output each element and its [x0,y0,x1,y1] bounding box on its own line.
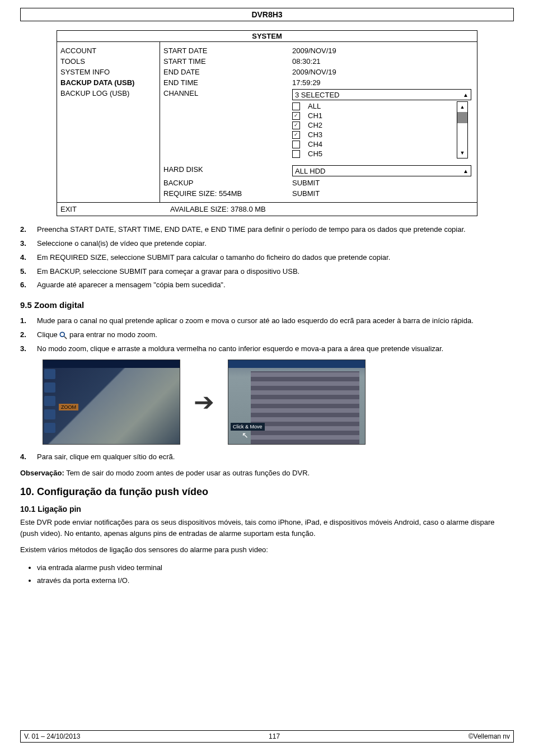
menu-item-backup-log-usb[interactable]: BACKUP LOG (USB) [60,88,160,99]
click-move-tag: Click & Move [231,423,265,431]
step-number: 3. [20,344,31,354]
section-10-1-heading: 10.1 Ligação pin [20,505,514,514]
step-text: Seleccione o canal(is) de vídeo que pret… [37,239,207,249]
checkbox-icon[interactable] [292,150,300,158]
menu-item-backup-data-usb[interactable]: BACKUP DATA (USB) [60,77,160,88]
channel-option-all[interactable]: ALL [289,101,453,111]
channel-option-ch2[interactable]: ✓CH2 [289,120,453,130]
observation-text: Tem de sair do modo zoom antes de poder … [64,469,310,477]
channel-option-label: CH4 [308,140,322,148]
bullet-item: através da porta externa I/O. [37,574,514,587]
steps-list-b: 1.Mude para o canal no qual pretende apl… [20,314,514,356]
hard-disk-dropdown[interactable]: ALL HDD ▲ [292,165,471,176]
step-number: 6. [20,280,31,291]
channel-selected-text: 3 SELECTED [295,91,339,99]
available-size: AVAILABLE SIZE: 3788.0 MB [167,203,477,216]
end-date-label: END DATE [163,68,292,76]
channel-option-label: ALL [308,102,321,110]
exit-button[interactable]: EXIT [57,203,167,216]
system-title: SYSTEM [57,31,477,42]
start-date-value[interactable]: 2009/NOV/19 [292,46,474,55]
step-text: Clique para entrar no modo zoom. [37,330,157,340]
zoom-images: ZOOM ➔ Click & Move ↖ [43,360,514,445]
steps-list-a: 2.Preencha START DATE, START TIME, END D… [20,223,514,292]
observation: Observação: Tem de sair do modo zoom ant… [20,468,514,479]
footer-version: V. 01 – 24/10/2013 [24,732,80,740]
channel-label: CHANNEL [163,89,292,97]
hard-disk-value: ALL HDD [295,167,325,175]
step-text: Em REQUIRED SIZE, seleccione SUBMIT para… [37,253,390,263]
step-number: 5. [20,267,31,277]
menu-item-tools[interactable]: TOOLS [60,56,160,67]
section-9-5-heading: 9.5 Zoom digital [20,300,514,310]
menu-item-system-info[interactable]: SYSTEM INFO [60,67,160,77]
paragraph: Este DVR pode enviar notificações para o… [20,517,514,539]
bullet-item: via entrada alarme push video terminal [37,561,514,575]
end-time-value[interactable]: 17:59:29 [292,78,474,87]
step-number: 1. [20,316,31,326]
checkbox-icon[interactable] [292,141,300,148]
start-date-label: START DATE [163,46,292,55]
require-size-label: REQUIRE SIZE: 554MB [163,189,292,198]
backup-label: BACKUP [163,179,292,187]
channel-option-ch1[interactable]: ✓CH1 [289,111,453,120]
paragraph: Existem vários métodos de ligação dos se… [20,544,514,556]
system-panel: SYSTEM ACCOUNT TOOLS SYSTEM INFO BACKUP … [57,30,477,216]
checkbox-icon[interactable] [292,102,300,110]
step-number: 4. [20,452,31,463]
step-number: 2. [20,225,31,235]
checkbox-checked-icon[interactable]: ✓ [292,122,300,129]
channel-options-list: ALL ✓CH1 ✓CH2 ✓CH3 CH4 CH5 [289,101,453,158]
checkbox-checked-icon[interactable]: ✓ [292,131,300,139]
step-text: No modo zoom, clique e arraste a moldura… [37,344,443,354]
step-text: Preencha START DATE, START TIME, END DAT… [37,225,466,235]
observation-label: Observação: [20,469,64,477]
scroll-down-icon[interactable]: ▼ [457,148,467,158]
step-text-post: para entrar no modo zoom. [69,330,157,339]
zoom-icon [59,332,67,339]
scroll-up-icon[interactable]: ▲ [457,102,467,112]
zoom-image-right: Click & Move ↖ [228,360,366,445]
checkbox-checked-icon[interactable]: ✓ [292,112,300,120]
channel-option-ch5[interactable]: CH5 [289,149,453,158]
dropdown-up-icon: ▲ [463,168,469,174]
channel-option-ch3[interactable]: ✓CH3 [289,130,453,139]
footer-page-number: 117 [269,732,280,740]
hard-disk-label: HARD DISK [163,165,292,174]
channel-option-label: CH2 [308,121,322,129]
arrow-right-icon: ➔ [194,388,214,416]
channel-scrollbar[interactable]: ▲ ▼ [457,101,468,158]
system-menu: ACCOUNT TOOLS SYSTEM INFO BACKUP DATA (U… [57,42,160,202]
channel-option-label: CH3 [308,130,322,139]
step-text: Para sair, clique em qualquer sítio do e… [37,452,175,463]
end-time-label: END TIME [163,78,292,87]
backup-submit[interactable]: SUBMIT [292,179,474,187]
svg-line-1 [64,336,67,338]
step-text: Em BACKUP, seleccione SUBMIT para começa… [37,267,299,277]
channel-option-ch4[interactable]: CH4 [289,139,453,149]
step-number: 2. [20,330,31,340]
step-number: 4. [20,253,31,263]
scroll-thumb[interactable] [457,112,467,123]
section-10-heading: 10. Configuração da função push vídeo [20,486,514,498]
footer-copyright: ©Velleman nv [469,732,510,740]
start-time-label: START TIME [163,57,292,66]
menu-item-account[interactable]: ACCOUNT [60,45,160,56]
channel-dropdown[interactable]: 3 SELECTED ▲ [292,89,471,100]
zoom-tag: ZOOM [59,404,78,410]
end-date-value[interactable]: 2009/NOV/19 [292,68,474,76]
zoom-image-left: ZOOM [43,360,180,445]
page-header: DVR8H3 [20,8,514,21]
step-text-pre: Clique [37,330,59,339]
bullet-list: via entrada alarme push video terminal a… [20,561,514,587]
scroll-track[interactable] [457,112,467,148]
cursor-icon: ↖ [242,431,249,440]
channel-option-label: CH5 [308,150,322,158]
step-text: Aguarde até aparecer a mensagem "cópia b… [37,280,226,291]
channel-option-label: CH1 [308,111,322,120]
page-footer: V. 01 – 24/10/2013 117 ©Velleman nv [20,730,514,743]
start-time-value[interactable]: 08:30:21 [292,57,474,66]
svg-point-0 [60,332,65,337]
step-number: 3. [20,239,31,249]
require-size-submit[interactable]: SUBMIT [292,189,474,198]
